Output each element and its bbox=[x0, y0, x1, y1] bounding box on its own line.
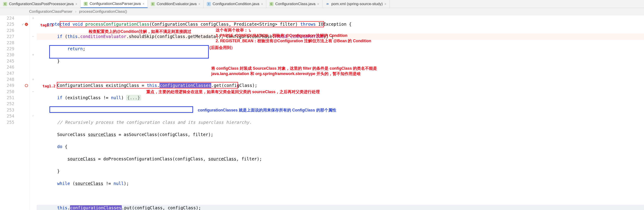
line-number: 253 bbox=[0, 107, 14, 113]
code-line[interactable] bbox=[37, 70, 644, 76]
code-editor[interactable]: 224 225 226 227 228 229 230 245 246 247 … bbox=[0, 15, 644, 210]
code-line[interactable]: if (this.conditionEvaluator.shouldSkip(c… bbox=[37, 33, 644, 39]
tab-label: ConfigurationClass.java bbox=[275, 2, 316, 6]
tab-configuration-class[interactable]: C ConfigurationClass.java × bbox=[266, 0, 322, 8]
line-number: 247 bbox=[0, 70, 14, 76]
tab-label: ConfigurationClassParser.java bbox=[90, 1, 141, 6]
line-number: 254 bbox=[0, 113, 14, 119]
breadcrumb: ConfigurationClassParser › processConfig… bbox=[0, 8, 644, 15]
tab-pom-xml[interactable]: m pom.xml (spring-source-study) × bbox=[322, 0, 390, 8]
line-number: 228 bbox=[0, 40, 14, 46]
maven-icon: m bbox=[326, 2, 330, 6]
line-number-gutter: 224 225 226 227 228 229 230 245 246 247 … bbox=[0, 15, 18, 210]
java-class-icon: C bbox=[270, 2, 274, 6]
close-icon[interactable]: × bbox=[384, 2, 386, 5]
code-line[interactable]: ConfigurationClass existingClass = this.… bbox=[37, 82, 644, 88]
line-number: 226 bbox=[0, 27, 14, 33]
folded-block[interactable]: {...} bbox=[126, 95, 141, 100]
tab-config-class-parser[interactable]: C ConfigurationClassParser.java × bbox=[80, 0, 148, 8]
close-icon[interactable]: × bbox=[317, 2, 319, 5]
close-icon[interactable]: × bbox=[198, 2, 200, 5]
code-line[interactable]: } bbox=[37, 58, 644, 64]
line-number: 252 bbox=[0, 101, 14, 107]
code-line[interactable]: while (sourceClass != null); bbox=[37, 181, 644, 187]
arrow-icon: ➘ bbox=[247, 27, 252, 34]
code-line[interactable]: this.configurationClasses.put(configClas… bbox=[37, 205, 644, 210]
code-area[interactable]: protected void processConfigurationClass… bbox=[37, 15, 644, 210]
code-line[interactable]: return; bbox=[37, 46, 644, 52]
fold-end-icon[interactable]: ⌐ bbox=[30, 33, 37, 39]
tab-label: pom.xml (spring-source-study) bbox=[332, 2, 383, 6]
annotation-text: 这个有两个枚举： bbox=[216, 28, 248, 33]
line-number: 229 bbox=[0, 46, 14, 52]
annotation-text: 重点，主要的处理逻辑全在这里，如果有父类会返回父类的 sourceClass，之… bbox=[146, 89, 320, 95]
code-line[interactable]: sourceClass = doProcessConfigurationClas… bbox=[37, 156, 644, 162]
breadcrumb-class[interactable]: ConfigurationClassParser bbox=[29, 9, 72, 14]
code-line[interactable] bbox=[37, 107, 644, 113]
line-number: 227 bbox=[0, 33, 14, 39]
breakpoint-empty-icon[interactable] bbox=[25, 84, 28, 87]
close-icon[interactable]: × bbox=[76, 2, 77, 5]
line-number: 245 bbox=[0, 58, 14, 64]
code-line[interactable]: protected void processConfigurationClass… bbox=[37, 21, 644, 27]
chevron-right-icon: › bbox=[75, 9, 76, 14]
line-number: 230 bbox=[0, 52, 14, 58]
line-number: 246 bbox=[0, 64, 14, 70]
breakpoint-icon[interactable] bbox=[25, 23, 28, 26]
java-class-icon: C bbox=[3, 2, 7, 6]
line-number: 248 bbox=[0, 76, 14, 82]
fold-end-icon[interactable]: ⌐ bbox=[30, 113, 37, 119]
java-interface-icon: I bbox=[207, 2, 211, 6]
fold-toggle[interactable]: ⊖ bbox=[30, 76, 37, 82]
code-line[interactable] bbox=[37, 193, 644, 199]
fold-toggle[interactable]: ⊖ bbox=[30, 15, 37, 21]
line-number: 250 bbox=[0, 89, 14, 95]
line-number: 224 bbox=[0, 15, 14, 21]
java-class-icon: C bbox=[151, 2, 155, 6]
code-line[interactable]: } bbox=[37, 168, 644, 174]
line-number: 251 bbox=[0, 95, 14, 101]
tab-condition-evaluator[interactable]: C ConditionEvaluator.java × bbox=[148, 0, 204, 8]
close-icon[interactable]: × bbox=[261, 2, 263, 5]
gutter-marks: ✓ bbox=[18, 15, 30, 210]
editor-tabs: C ConfigurationClassPostProcessor.java ×… bbox=[0, 0, 644, 8]
fold-end-icon[interactable]: ⌐ bbox=[30, 89, 37, 95]
tab-label: ConditionEvaluator.java bbox=[157, 2, 197, 6]
code-line[interactable]: if (existingClass != null) {...} bbox=[37, 95, 644, 101]
tab-label: ConfigurationClassPostProcessor.java bbox=[9, 2, 74, 6]
line-number: 255 bbox=[0, 119, 14, 125]
code-line[interactable]: // Recursively process the configuration… bbox=[37, 119, 644, 125]
breadcrumb-method[interactable]: processConfigurationClass() bbox=[79, 9, 127, 14]
close-icon[interactable]: × bbox=[142, 2, 144, 5]
bookmark-check-icon[interactable]: ✓ bbox=[22, 21, 24, 27]
tab-configuration-condition[interactable]: I ConfigurationCondition.java × bbox=[204, 0, 266, 8]
tab-config-post-processor[interactable]: C ConfigurationClassPostProcessor.java × bbox=[0, 0, 80, 8]
fold-gutter: ⊖ ⌐ ⊕ ⊖ ⌐ ⌐ bbox=[30, 15, 37, 210]
code-line[interactable]: SourceClass sourceClass = asSourceClass(… bbox=[37, 132, 644, 138]
code-line[interactable]: do { bbox=[37, 144, 644, 150]
line-number: 249 bbox=[0, 82, 14, 88]
fold-toggle[interactable]: ⊕ bbox=[30, 52, 37, 58]
line-number: 225 bbox=[0, 21, 14, 27]
java-class-icon: C bbox=[84, 2, 88, 6]
tab-label: ConfigurationCondition.java bbox=[212, 2, 259, 6]
